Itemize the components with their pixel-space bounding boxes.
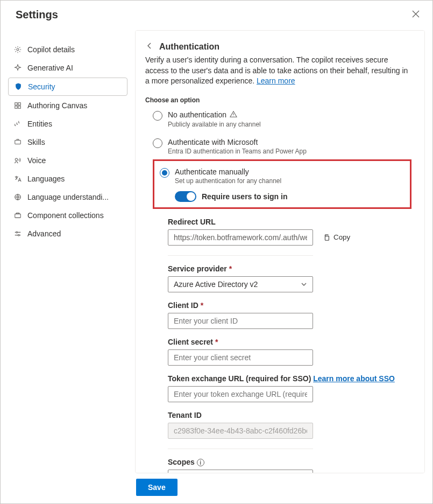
sidebar-item-entities[interactable]: Entities: [8, 115, 127, 132]
sidebar-item-language-understanding[interactable]: Language understandi...: [8, 188, 127, 206]
sidebar-item-advanced[interactable]: Advanced: [8, 225, 127, 242]
globe-icon: [13, 193, 22, 201]
skills-icon: [13, 138, 22, 146]
require-signin-toggle[interactable]: [175, 191, 196, 202]
page-title: Authentication: [159, 42, 219, 52]
sidebar-item-component-collections[interactable]: Component collections: [8, 207, 127, 224]
sidebar-item-label: Entities: [27, 120, 52, 128]
sidebar-item-label: Advanced: [27, 229, 61, 238]
sidebar-item-label: Language understandi...: [27, 193, 109, 201]
chevron-left-icon: [146, 43, 153, 49]
svg-rect-11: [325, 236, 329, 240]
back-button[interactable]: [145, 41, 154, 52]
sidebar-item-label: Generative AI: [27, 64, 73, 72]
page-description: Verify a user's identity during a conver…: [145, 55, 411, 87]
svg-rect-8: [15, 214, 21, 218]
option-ms-auth-title: Authenticate with Microsoft: [168, 138, 307, 146]
svg-point-0: [17, 48, 19, 51]
required-marker: *: [201, 301, 203, 310]
scopes-field: Scopes i: [153, 458, 411, 473]
copy-icon: [323, 234, 330, 241]
window-title: Settings: [16, 9, 58, 21]
sidebar-item-label: Languages: [27, 174, 65, 183]
languages-icon: [13, 174, 22, 183]
highlight-manual-auth: Authenticate manually Set up authenticat…: [153, 159, 411, 209]
client-id-field: Client ID *: [153, 301, 411, 329]
footer: Save: [1, 473, 432, 503]
client-secret-input[interactable]: [168, 349, 313, 366]
body: Copilot details Generative AI Security A…: [1, 28, 432, 473]
svg-rect-3: [15, 106, 17, 108]
copy-label: Copy: [333, 233, 350, 241]
sidebar-item-security[interactable]: Security: [8, 78, 127, 96]
save-button[interactable]: Save: [136, 479, 178, 496]
sidebar-item-skills[interactable]: Skills: [8, 134, 127, 151]
close-icon: [412, 10, 420, 18]
radio-manual-auth[interactable]: [160, 168, 169, 178]
svg-point-10: [18, 234, 19, 236]
grid-icon: [13, 101, 22, 110]
sparkle-icon: [13, 64, 22, 72]
tenant-id-field: Tenant ID: [153, 411, 411, 439]
option-no-auth-sub: Publicly available in any channel: [168, 121, 261, 128]
svg-point-6: [15, 158, 17, 160]
option-ms-auth-sub: Entra ID authentication in Teams and Pow…: [168, 148, 307, 155]
gear-icon: [13, 45, 22, 54]
main-header: Authentication: [145, 41, 411, 52]
sidebar-item-label: Voice: [27, 156, 46, 165]
option-no-auth[interactable]: No authentication Publicly available in …: [153, 107, 411, 129]
info-icon[interactable]: i: [197, 459, 204, 466]
option-no-auth-title: No authentication: [168, 110, 226, 119]
service-provider-field: Service provider * Azure Active Director…: [153, 264, 411, 292]
sso-learn-more-link[interactable]: Learn more about SSO: [313, 374, 395, 383]
warning-icon: [230, 110, 237, 120]
required-marker: *: [215, 338, 218, 346]
choose-option-label: Choose an option: [145, 96, 411, 104]
svg-rect-2: [18, 103, 20, 105]
client-secret-label: Client secret: [168, 338, 213, 346]
client-secret-field: Client secret *: [153, 338, 411, 366]
option-ms-auth[interactable]: Authenticate with Microsoft Entra ID aut…: [153, 135, 411, 156]
client-id-input[interactable]: [168, 313, 313, 329]
option-manual-auth[interactable]: Authenticate manually Set up authenticat…: [160, 164, 404, 186]
shield-icon: [14, 82, 23, 91]
service-provider-value: Azure Active Directory v2: [174, 280, 258, 289]
auth-radio-group: No authentication Publicly available in …: [145, 107, 411, 473]
voice-icon: [13, 156, 22, 165]
svg-rect-4: [18, 106, 20, 108]
tenant-id-input: [168, 423, 313, 439]
sidebar-item-languages[interactable]: Languages: [8, 170, 127, 187]
client-id-label: Client ID: [168, 301, 198, 310]
sidebar: Copilot details Generative AI Security A…: [8, 30, 127, 473]
sidebar-item-label: Skills: [27, 138, 45, 146]
chevron-down-icon: [301, 281, 307, 288]
option-manual-auth-sub: Set up authentication for any channel: [175, 177, 281, 185]
svg-point-9: [16, 232, 18, 233]
close-button[interactable]: [410, 8, 422, 22]
token-exchange-input[interactable]: [168, 386, 313, 402]
sidebar-item-voice[interactable]: Voice: [8, 152, 127, 169]
token-exchange-label: Token exchange URL (required for SSO): [168, 374, 313, 383]
sidebar-item-label: Authoring Canvas: [27, 101, 87, 110]
sidebar-item-generative-ai[interactable]: Generative AI: [8, 59, 127, 76]
require-signin-row: Require users to sign in: [160, 191, 404, 202]
scopes-label: Scopes: [168, 458, 195, 466]
service-provider-select[interactable]: Azure Active Directory v2: [168, 276, 313, 292]
settings-window: Settings Copilot details Generative AI S…: [0, 0, 433, 504]
sidebar-item-copilot-details[interactable]: Copilot details: [8, 41, 127, 58]
copy-button[interactable]: Copy: [320, 233, 353, 242]
sliders-icon: [13, 229, 22, 238]
sidebar-item-authoring-canvas[interactable]: Authoring Canvas: [8, 97, 127, 114]
radio-no-auth[interactable]: [153, 111, 162, 121]
redirect-url-field: Redirect URL Copy: [153, 218, 411, 246]
option-manual-auth-title: Authenticate manually: [175, 167, 281, 176]
radio-ms-auth[interactable]: [153, 138, 162, 148]
redirect-url-label: Redirect URL: [168, 218, 411, 226]
required-marker: *: [229, 264, 232, 273]
learn-more-link[interactable]: Learn more: [257, 76, 295, 85]
separator: [168, 255, 313, 256]
token-exchange-field: Token exchange URL (required for SSO) Le…: [153, 374, 411, 402]
require-signin-label: Require users to sign in: [202, 192, 287, 201]
redirect-url-input[interactable]: [168, 229, 313, 246]
scopes-input[interactable]: [168, 470, 313, 473]
